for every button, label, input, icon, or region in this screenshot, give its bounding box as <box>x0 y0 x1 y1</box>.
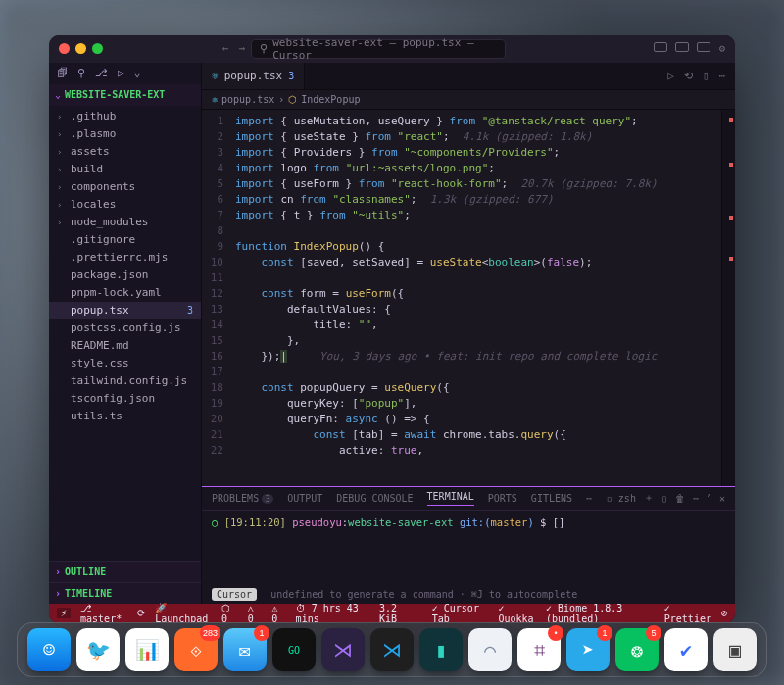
split-icon[interactable]: ▯ <box>703 70 710 82</box>
run-icon[interactable]: ▷ <box>667 70 674 82</box>
file-label: tailwind.config.js <box>71 374 187 387</box>
panel-tab-debug-console[interactable]: DEBUG CONSOLE <box>336 493 413 504</box>
sidebar: 🗐 ⚲ ⎇ ▷ ⌄ ⌄ WEBSITE-SAVER-EXT ›.github›.… <box>49 63 202 604</box>
status-cursor-tab[interactable]: ✓ Cursor Tab <box>432 603 489 623</box>
breadcrumb[interactable]: ⚛ popup.tsx › ⬡ IndexPopup <box>202 90 735 110</box>
status-Launchpad[interactable]: 🚀 Launchpad <box>155 603 212 623</box>
file-components[interactable]: ›components <box>49 178 201 196</box>
status-quokka[interactable]: ✓ Quokka <box>499 603 537 623</box>
layout-panel-icon[interactable] <box>675 42 689 52</box>
new-terminal-icon[interactable]: ＋ <box>644 491 654 505</box>
status-0[interactable]: △ 0 <box>248 603 262 623</box>
more-panel-icon[interactable]: ⋯ <box>693 493 699 504</box>
file--prettierrc-mjs[interactable]: .prettierrc.mjs <box>49 249 201 267</box>
file-node-modules[interactable]: ›node_modules <box>49 214 201 231</box>
maximize-button[interactable] <box>92 43 103 54</box>
status-3.2 KiB[interactable]: 3.2 KiB <box>379 603 413 623</box>
dock-app-dark-teal[interactable]: ▮ <box>419 628 463 671</box>
dock-app-orange-circle[interactable]: ⟐283 <box>174 628 218 671</box>
file--github[interactable]: ›.github <box>49 108 201 125</box>
status-bar: ⚡ ⎇ master*⟳ 🚀 Launchpad⬡ 0△ 0⚠ 0⏱ 7 hrs… <box>49 604 735 623</box>
file-style-css[interactable]: style.css <box>49 355 201 372</box>
back-button[interactable]: ← <box>222 42 229 55</box>
file-package-json[interactable]: package.json <box>49 267 201 284</box>
compare-icon[interactable]: ⟲ <box>684 70 693 82</box>
status-0[interactable]: ⬡ 0 <box>221 603 238 623</box>
maximize-panel-icon[interactable]: ˄ <box>707 493 711 504</box>
settings-icon[interactable]: ⚙ <box>718 42 725 55</box>
layout-primary-icon[interactable] <box>654 42 667 52</box>
file-README-md[interactable]: README.md <box>49 337 201 355</box>
debug-icon[interactable]: ▷ <box>118 67 124 79</box>
dock-app-mail[interactable]: ✉1 <box>223 628 267 671</box>
tab-label: popup.tsx <box>224 70 283 82</box>
bottom-panel: PROBLEMS3OUTPUTDEBUG CONSOLETERMINALPORT… <box>202 486 735 604</box>
file-locales[interactable]: ›locales <box>49 196 201 214</box>
dock-app-vscode-purple[interactable]: ⋊ <box>321 628 365 671</box>
notification-badge: 5 <box>646 625 662 641</box>
command-center[interactable]: ⚲ website-saver-ext — popup.tsx — Cursor <box>251 39 506 59</box>
file-tsconfig-json[interactable]: tsconfig.json <box>49 390 201 408</box>
dock-app-slack[interactable]: ⌗• <box>517 628 561 671</box>
file--gitignore[interactable]: .gitignore <box>49 231 201 249</box>
dock-app-cube[interactable]: ▣ <box>713 628 757 671</box>
explorer-header[interactable]: ⌄ WEBSITE-SAVER-EXT <box>49 84 201 106</box>
split-terminal-icon[interactable]: ▯ <box>662 493 667 504</box>
line-gutter: 12345678910111213141516171819202122 <box>202 110 231 486</box>
dock-app-finder[interactable]: ☺ <box>27 628 71 671</box>
layout-secondary-icon[interactable] <box>697 42 710 52</box>
dock-app-check[interactable]: ✔ <box>664 628 708 671</box>
outline-header[interactable]: ›OUTLINE <box>49 561 201 582</box>
tab-popup-tsx[interactable]: ⚛ popup.tsx 3 <box>202 63 305 89</box>
file-postcss-config-js[interactable]: postcss.config.js <box>49 319 201 337</box>
file-pnpm-lock-yaml[interactable]: pnpm-lock.yaml <box>49 284 201 302</box>
dock-app-wechat[interactable]: ❂5 <box>615 628 659 671</box>
status-⟳[interactable]: ⟳ <box>137 608 145 618</box>
close-button[interactable] <box>59 43 70 54</box>
dock-app-arc[interactable]: ⌒ <box>468 628 512 671</box>
titlebar: ← → ⚲ website-saver-ext — popup.tsx — Cu… <box>49 35 735 63</box>
more-tab-icon[interactable]: ⋯ <box>718 70 725 82</box>
file-utils-ts[interactable]: utils.ts <box>49 408 201 425</box>
symbol-icon: ⬡ <box>288 94 297 105</box>
explorer-icon[interactable]: 🗐 <box>57 67 68 79</box>
terminal-shell-label[interactable]: ▫ zsh <box>607 493 636 504</box>
trash-icon[interactable]: 🗑 <box>675 493 685 504</box>
status-prettier[interactable]: ✓ Prettier <box>664 603 711 623</box>
panel-tab-problems[interactable]: PROBLEMS3 <box>212 493 273 504</box>
status-0[interactable]: ⚠ 0 <box>271 603 285 623</box>
code-editor[interactable]: 12345678910111213141516171819202122 impo… <box>202 110 735 486</box>
status-master*[interactable]: ⎇ master* <box>80 603 127 623</box>
file-assets[interactable]: ›assets <box>49 143 201 161</box>
forward-button[interactable]: → <box>239 42 246 55</box>
code-content[interactable]: import { useMutation, useQuery } from "@… <box>231 110 721 486</box>
status-biome-1-8-3--bundled-[interactable]: ✓ Biome 1.8.3 (bundled) <box>546 603 655 623</box>
editor-group: ⚛ popup.tsx 3 ▷ ⟲ ▯ ⋯ ⚛ popup.tsx › ⬡ In… <box>202 63 735 604</box>
remote-icon[interactable]: ⚡ <box>57 608 71 618</box>
dock-app-bluebird[interactable]: 🐦 <box>76 628 120 671</box>
panel-overflow-icon[interactable]: ⋯ <box>586 493 592 504</box>
close-panel-icon[interactable]: ✕ <box>719 493 725 504</box>
dock-app-goland[interactable]: GO <box>272 628 316 671</box>
dock-app-lines[interactable]: 📊 <box>125 628 169 671</box>
search-icon[interactable]: ⚲ <box>77 67 85 79</box>
terminal[interactable]: ○ [19:11:20] pseudoyu:website-saver-ext … <box>202 511 735 587</box>
panel-tab-terminal[interactable]: TERMINAL <box>427 491 474 506</box>
dock-app-telegram[interactable]: ➤1 <box>566 628 610 671</box>
timeline-header[interactable]: ›TIMELINE <box>49 582 201 604</box>
file-tailwind-config-js[interactable]: tailwind.config.js <box>49 372 201 390</box>
minimap[interactable] <box>721 110 735 486</box>
source-control-icon[interactable]: ⎇ <box>95 67 108 79</box>
status-7 hrs 43 mins[interactable]: ⏱ 7 hrs 43 mins <box>296 603 369 623</box>
bell-icon[interactable]: ⊘ <box>721 608 727 618</box>
panel-tab-ports[interactable]: PORTS <box>488 493 517 504</box>
panel-tab-gitlens[interactable]: GITLENS <box>531 493 572 504</box>
file--plasmo[interactable]: ›.plasmo <box>49 125 201 143</box>
file-popup-tsx[interactable]: popup.tsx3 <box>49 302 201 319</box>
dock-app-vscode[interactable]: ⋊ <box>370 628 414 671</box>
file-build[interactable]: ›build <box>49 161 201 178</box>
minimize-button[interactable] <box>75 43 86 54</box>
more-icon[interactable]: ⌄ <box>134 67 141 79</box>
panel-tab-output[interactable]: OUTPUT <box>287 493 322 504</box>
search-text: website-saver-ext — popup.tsx — Cursor <box>272 36 497 62</box>
